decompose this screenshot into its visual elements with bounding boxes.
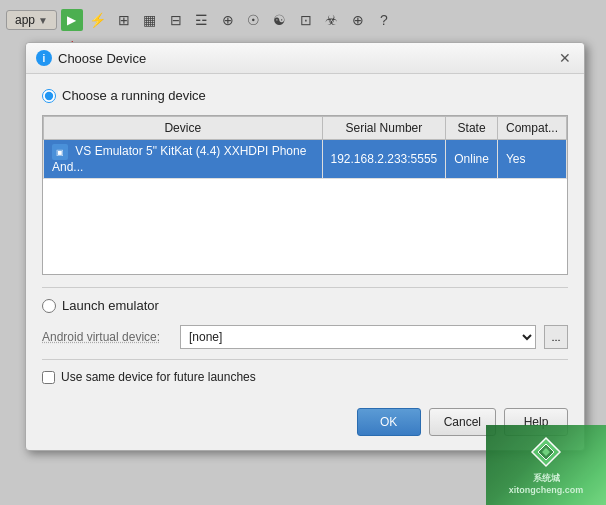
same-device-checkbox[interactable] [42,371,55,384]
device-table-wrapper: Device Serial Number State Compat... ▣ V… [42,115,568,275]
col-serial: Serial Number [322,117,446,140]
avd-label: Android virtual device: [42,330,172,344]
table-header-row: Device Serial Number State Compat... [44,117,567,140]
dropdown-arrow-icon: ▼ [38,15,48,26]
launch-emulator-radio[interactable] [42,299,56,313]
toolbar-icon-3[interactable]: ▦ [139,9,161,31]
avd-form-row: Android virtual device: [none] ... [42,325,568,349]
toolbar-icon-10[interactable]: ☣ [321,9,343,31]
device-table: Device Serial Number State Compat... ▣ V… [43,116,567,179]
toolbar-icon-6[interactable]: ⊕ [217,9,239,31]
cell-serial: 192.168.2.233:5555 [322,140,446,179]
toolbar-icon-5[interactable]: ☲ [191,9,213,31]
watermark: 系统城 xitongcheng.com [486,425,606,505]
col-compat: Compat... [497,117,566,140]
app-dropdown-button[interactable]: app ▼ [6,10,57,30]
dialog-app-icon: i [36,50,52,66]
cell-state: Online [446,140,498,179]
toolbar-icon-7[interactable]: ☉ [243,9,265,31]
cell-device: ▣ VS Emulator 5" KitKat (4.4) XXHDPI Pho… [44,140,323,179]
toolbar-icon-help[interactable]: ? [373,9,395,31]
avd-select[interactable]: [none] [180,325,536,349]
watermark-icon [530,436,562,468]
launch-emulator-label: Launch emulator [62,298,159,313]
toolbar-icon-8[interactable]: ☯ [269,9,291,31]
dialog-titlebar: i Choose Device ✕ [26,43,584,74]
same-device-checkbox-row[interactable]: Use same device for future launches [42,370,568,384]
ide-toolbar: app ▼ ▶ ⚡ ⊞ ▦ ⊟ ☲ ⊕ ☉ ☯ ⊡ ☣ ⊕ ? [0,0,606,40]
device-name: VS Emulator 5" KitKat (4.4) XXHDPI Phone… [52,144,306,174]
toolbar-icon-1[interactable]: ⚡ [87,9,109,31]
separator-2 [42,359,568,360]
running-device-radio[interactable] [42,89,56,103]
avd-more-button[interactable]: ... [544,325,568,349]
running-device-option[interactable]: Choose a running device [42,88,568,103]
ok-button[interactable]: OK [357,408,421,436]
dialog-body: Choose a running device Device Serial Nu… [26,74,584,398]
ide-background: app ▼ ▶ ⚡ ⊞ ▦ ⊟ ☲ ⊕ ☉ ☯ ⊡ ☣ ⊕ ? ↑ i Choo… [0,0,606,505]
toolbar-icon-4[interactable]: ⊟ [165,9,187,31]
watermark-line1: 系统城 [533,472,560,485]
watermark-line2: xitongcheng.com [509,485,584,495]
run-button[interactable]: ▶ [61,9,83,31]
choose-device-dialog: i Choose Device ✕ Choose a running devic… [25,42,585,451]
running-device-label: Choose a running device [62,88,206,103]
dialog-title-area: i Choose Device [36,50,146,66]
device-icon: ▣ [52,144,68,160]
toolbar-icon-2[interactable]: ⊞ [113,9,135,31]
toolbar-icon-11[interactable]: ⊕ [347,9,369,31]
same-device-label: Use same device for future launches [61,370,256,384]
launch-emulator-option[interactable]: Launch emulator [42,298,568,313]
col-device: Device [44,117,323,140]
dialog-title-text: Choose Device [58,51,146,66]
col-state: State [446,117,498,140]
app-label: app [15,13,35,27]
dialog-icon-label: i [43,53,46,64]
play-icon: ▶ [67,13,76,27]
dialog-close-button[interactable]: ✕ [556,49,574,67]
separator [42,287,568,288]
table-row[interactable]: ▣ VS Emulator 5" KitKat (4.4) XXHDPI Pho… [44,140,567,179]
cell-compat: Yes [497,140,566,179]
toolbar-icon-9[interactable]: ⊡ [295,9,317,31]
